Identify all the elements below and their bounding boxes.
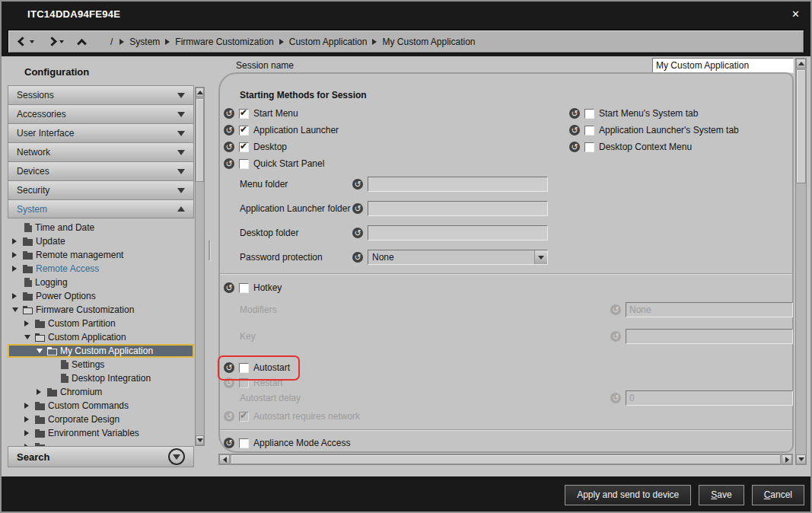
scrollbar-track[interactable] — [230, 454, 782, 464]
expand-arrow-icon[interactable] — [12, 252, 23, 258]
start-menu-checkbox[interactable] — [239, 109, 249, 119]
tree-item-partial[interactable] — [8, 440, 194, 446]
application-launcher-system-tab-checkbox[interactable] — [584, 126, 594, 135]
reset-parameter-icon[interactable] — [224, 282, 234, 293]
scroll-up-button[interactable] — [196, 88, 204, 97]
breadcrumb-item-my-custom-application[interactable]: My Custom Application — [382, 37, 475, 47]
tree-item-custom-partition[interactable]: Custom Partition — [8, 317, 194, 330]
appliance-mode-access-checkbox[interactable] — [239, 438, 249, 448]
tree-item-logging[interactable]: Logging — [8, 276, 194, 289]
sidebar-section-devices[interactable]: Devices — [8, 161, 194, 180]
tree-item-remote-access[interactable]: Remote Access — [8, 262, 194, 276]
dropdown-arrow-button[interactable] — [534, 250, 547, 264]
tree-item-custom-commands[interactable]: Custom Commands — [8, 399, 194, 413]
window-title: ITC14DDA94FE94E — [27, 2, 120, 27]
content-vertical-scrollbar[interactable] — [795, 58, 807, 465]
tree-item-time-and-date[interactable]: Time and Date — [8, 221, 194, 234]
back-button[interactable] — [19, 38, 34, 45]
tree-item-custom-application[interactable]: Custom Application — [8, 330, 194, 344]
sidebar: Configuration Sessions Accessories User … — [8, 59, 194, 467]
reset-parameter-icon[interactable] — [352, 179, 363, 190]
desktop-context-menu-checkbox[interactable] — [584, 142, 594, 152]
tree-item-remote-management[interactable]: Remote management — [8, 248, 194, 262]
tree-item-settings[interactable]: Settings — [8, 358, 194, 371]
scrollbar-thumb[interactable] — [796, 69, 806, 183]
quick-start-panel-checkbox[interactable] — [239, 159, 249, 169]
sidebar-section-accessories[interactable]: Accessories — [8, 104, 194, 123]
desktop-checkbox[interactable] — [239, 142, 249, 152]
scroll-left-button[interactable] — [219, 454, 230, 464]
reset-parameter-icon[interactable] — [569, 125, 580, 135]
up-button[interactable] — [78, 38, 85, 45]
expand-arrow-icon[interactable] — [12, 238, 23, 244]
start-menu-system-tab-checkbox[interactable] — [584, 109, 594, 119]
sidebar-section-security[interactable]: Security — [8, 180, 194, 199]
scrollbar-thumb[interactable] — [196, 98, 204, 182]
desktop-folder-input[interactable] — [368, 225, 548, 241]
expand-arrow-icon[interactable] — [24, 430, 35, 436]
sidebar-scrollbar[interactable] — [195, 87, 205, 446]
reset-parameter-icon[interactable] — [224, 142, 234, 152]
reset-parameter-icon[interactable] — [569, 142, 580, 152]
sidebar-section-network[interactable]: Network — [8, 142, 194, 161]
title-bar: ITC14DDA94FE94E ✕ — [2, 2, 810, 27]
scrollbar-track[interactable] — [196, 97, 204, 435]
tree-item-desktop-integration[interactable]: Desktop Integration — [8, 371, 194, 385]
close-icon[interactable]: ✕ — [791, 2, 800, 27]
save-button[interactable]: Save — [699, 485, 744, 505]
reset-parameter-icon[interactable] — [352, 203, 363, 214]
open-folder-icon — [35, 335, 45, 342]
expand-arrow-icon[interactable] — [37, 389, 47, 395]
scrollbar-thumb[interactable] — [231, 454, 781, 464]
tree-item-my-custom-application[interactable]: My Custom Application — [8, 344, 194, 358]
scroll-down-button[interactable] — [796, 454, 806, 464]
scrollbar-track[interactable] — [796, 69, 806, 454]
tree-item-power-options[interactable]: Power Options — [8, 289, 194, 303]
apply-and-send-button[interactable]: Apply and send to device — [565, 485, 691, 505]
collapse-arrow-icon[interactable] — [37, 349, 47, 353]
sidebar-section-sessions[interactable]: Sessions — [8, 85, 194, 104]
tree-item-firmware-customization[interactable]: Firmware Customization — [8, 303, 194, 317]
application-launcher-checkbox[interactable] — [239, 126, 249, 135]
tree-item-environment-variables[interactable]: Environment Variables — [8, 426, 194, 440]
expand-arrow-icon[interactable] — [24, 403, 35, 409]
breadcrumb-separator-icon — [279, 39, 284, 45]
sidebar-section-user-interface[interactable]: User Interface — [8, 123, 194, 142]
scroll-right-button[interactable] — [782, 454, 792, 464]
breadcrumb-item-firmware-customization[interactable]: Firmware Customization — [175, 37, 273, 47]
password-protection-select[interactable]: None — [368, 250, 548, 265]
search-expand-button[interactable] — [168, 448, 185, 465]
collapse-arrow-icon[interactable] — [12, 307, 23, 312]
reset-parameter-icon[interactable] — [224, 125, 234, 135]
hotkey-checkbox[interactable] — [239, 283, 249, 293]
tree-item-update[interactable]: Update — [8, 234, 194, 248]
reset-parameter-icon[interactable] — [224, 108, 234, 119]
expand-arrow-icon[interactable] — [24, 320, 35, 327]
collapse-arrow-icon[interactable] — [24, 335, 35, 339]
expand-arrow-icon[interactable] — [12, 293, 23, 299]
reset-parameter-icon[interactable] — [224, 438, 234, 448]
tree-item-chromium[interactable]: Chromium — [8, 385, 194, 399]
reset-parameter-icon[interactable] — [352, 252, 363, 263]
content-horizontal-scrollbar[interactable] — [218, 454, 793, 465]
tree-item-corporate-design[interactable]: Corporate Design — [8, 413, 194, 426]
reset-parameter-icon[interactable] — [569, 108, 580, 119]
reset-parameter-icon[interactable] — [352, 228, 363, 238]
expand-arrow-icon[interactable] — [12, 266, 23, 272]
session-name-input[interactable] — [652, 58, 794, 73]
reset-parameter-icon[interactable] — [224, 158, 234, 169]
sidebar-section-system[interactable]: System — [8, 199, 194, 218]
pane-splitter[interactable] — [206, 58, 213, 464]
expand-arrow-icon[interactable] — [24, 416, 35, 422]
cancel-button[interactable]: Cancel — [752, 485, 804, 505]
scroll-down-button[interactable] — [196, 435, 204, 445]
forward-button[interactable] — [49, 38, 64, 45]
scroll-up-button[interactable] — [796, 59, 806, 69]
breadcrumb-item-custom-application[interactable]: Custom Application — [289, 37, 368, 47]
application-launcher-folder-input[interactable] — [368, 201, 548, 216]
search-bar[interactable]: Search — [8, 446, 194, 467]
breadcrumb-root[interactable]: / — [110, 37, 113, 47]
menu-folder-input[interactable] — [368, 177, 548, 192]
breadcrumb-item-system[interactable]: System — [129, 37, 160, 47]
autostart-highlight-annotation — [218, 355, 300, 381]
